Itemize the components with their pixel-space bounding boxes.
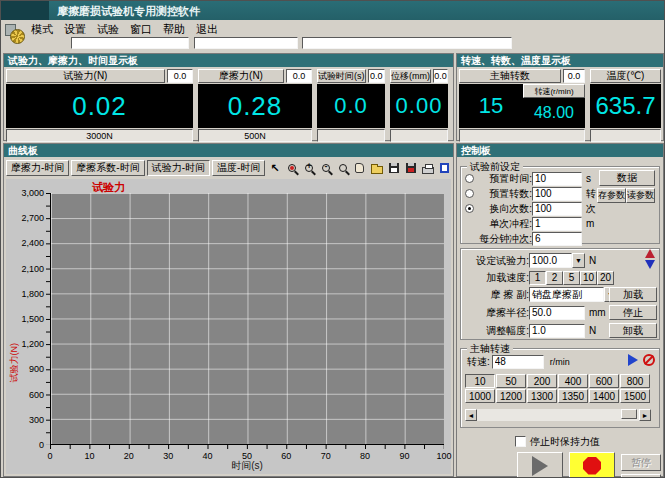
force-display-panel: 试验力、摩擦力、时间显示板 试验力(N) 0.0 0.02 3000N 摩擦力(… xyxy=(3,53,454,141)
zoom-selection-icon[interactable] xyxy=(284,161,299,176)
test-time-label: 试验时间(s) xyxy=(317,69,366,83)
temperature-label: 温度(℃) xyxy=(590,69,661,83)
hold-force-checkbox[interactable] xyxy=(515,436,526,447)
preset-time-input[interactable] xyxy=(532,172,582,186)
title-bar-left-block xyxy=(1,1,49,20)
y-axis-title: 试验力(N) xyxy=(8,331,21,383)
speed-1000-button[interactable]: 1000 xyxy=(465,389,495,403)
rate-5-button[interactable]: 5 xyxy=(563,271,580,285)
spindle-start-icon[interactable] xyxy=(628,354,638,366)
tab-friction-coeff-time[interactable]: 摩擦系数-时间 xyxy=(71,160,144,176)
tab-friction-force-time[interactable]: 摩擦力-时间 xyxy=(6,160,69,176)
friction-pair-dropdown[interactable]: 销盘摩擦副 ▼ xyxy=(529,287,617,302)
spindle-setpoint-unit: r/min xyxy=(550,357,570,367)
speed-400-button[interactable]: 400 xyxy=(558,374,588,388)
speed-1350-button[interactable]: 1350 xyxy=(558,389,588,403)
spindle-stop-icon[interactable] xyxy=(643,354,655,366)
cursor-icon[interactable]: ↖ xyxy=(267,161,282,176)
reversal-count-input[interactable] xyxy=(532,202,582,216)
force-setting-group: 设定试验力: 100.0 ▼ N 加载速度: 1 2 5 10 20 摩 擦 副… xyxy=(460,248,660,340)
open-file-icon[interactable] xyxy=(369,161,384,176)
chevron-down-icon[interactable]: ▼ xyxy=(572,253,585,268)
status-field-1[interactable] xyxy=(71,37,189,49)
zoom-out-icon[interactable] xyxy=(318,161,333,176)
chart-plot-area[interactable] xyxy=(50,193,444,445)
strokes-per-min-input[interactable] xyxy=(532,232,582,246)
preset-rev-radio[interactable] xyxy=(465,189,474,198)
rate-1-button[interactable]: 1 xyxy=(529,271,546,285)
speed-1400-button[interactable]: 1400 xyxy=(589,389,619,403)
app-icon xyxy=(5,24,25,46)
preset-time-radio[interactable] xyxy=(465,174,474,183)
temperature-display: 635.7 xyxy=(590,84,661,128)
menu-window[interactable]: 窗口 xyxy=(130,22,152,37)
speed-scrollbar[interactable]: ◄ ► xyxy=(465,409,651,421)
speed-1300-button[interactable]: 1300 xyxy=(527,389,557,403)
preset-rev-input[interactable] xyxy=(532,187,582,201)
adjust-range-input[interactable] xyxy=(529,324,585,338)
zoom-in-icon[interactable] xyxy=(301,161,316,176)
displacement-range xyxy=(390,129,448,142)
menu-test[interactable]: 试验 xyxy=(97,22,119,37)
unload-button[interactable]: 卸载 xyxy=(609,323,657,338)
speed-50-button[interactable]: 50 xyxy=(496,374,526,388)
y-axis-tickmarks xyxy=(46,193,50,445)
chart-toolbar: ↖ xyxy=(267,161,452,176)
scroll-left-icon[interactable]: ◄ xyxy=(465,409,477,421)
speed-800-button[interactable]: 800 xyxy=(620,374,650,388)
print-icon[interactable] xyxy=(420,161,435,176)
set-force-value: 100.0 xyxy=(529,253,572,268)
menu-exit[interactable]: 退出 xyxy=(196,22,218,37)
force-stop-button[interactable]: 停止 xyxy=(609,305,657,320)
scrollbar-thumb[interactable] xyxy=(621,409,637,419)
zoom-window-icon[interactable] xyxy=(335,161,350,176)
speed-panel-sections: 主轴转数 0.0 15 转速(r/min) 48.00 温度(℃) 635.7 xyxy=(457,67,663,142)
start-button[interactable]: 开始F5 xyxy=(517,452,563,478)
pause-button[interactable]: 暂停 xyxy=(621,454,661,471)
load-button[interactable]: 加载 xyxy=(609,287,657,302)
export-image-icon[interactable] xyxy=(403,161,418,176)
preset-rev-unit: 转 xyxy=(586,187,596,201)
scrollbar-track[interactable] xyxy=(477,409,639,421)
menu-help[interactable]: 帮助 xyxy=(163,22,185,37)
speed-200-button[interactable]: 200 xyxy=(527,374,557,388)
reversal-count-label: 换向次数: xyxy=(476,202,532,216)
spindle-setpoint-input[interactable] xyxy=(492,355,544,369)
rate-10-button[interactable]: 10 xyxy=(580,271,597,285)
menu-mode[interactable]: 模式 xyxy=(31,22,53,37)
stop-button[interactable]: 停止F6 xyxy=(569,452,615,478)
spindle-speed-label: 转速(r/min) xyxy=(523,84,585,98)
save-icon[interactable] xyxy=(386,161,401,176)
force-down-icon[interactable] xyxy=(645,260,655,269)
rate-2-button[interactable]: 2 xyxy=(546,271,563,285)
resume-button[interactable]: 继续 xyxy=(621,474,661,478)
pan-hand-icon[interactable] xyxy=(352,161,367,176)
tab-test-force-time[interactable]: 试验力-时间 xyxy=(147,160,210,176)
curve-tab-row: 摩擦力-时间 摩擦系数-时间 试验力-时间 温度-时间 ↖ xyxy=(6,159,451,177)
y-tick: 1,800 xyxy=(21,289,44,299)
strokes-per-min-label: 每分钟冲次: xyxy=(465,232,532,246)
stroke-input[interactable] xyxy=(532,217,582,231)
save-params-button[interactable]: 存参数 xyxy=(597,188,626,203)
rate-20-button[interactable]: 20 xyxy=(597,271,614,285)
read-params-button[interactable]: 读参数 xyxy=(626,188,655,203)
friction-radius-input[interactable] xyxy=(529,306,585,320)
set-force-combo[interactable]: 100.0 ▼ xyxy=(529,253,585,268)
control-panel-header: 控制板 xyxy=(457,144,663,157)
force-up-icon[interactable] xyxy=(645,249,655,258)
clear-plot-icon[interactable] xyxy=(437,161,452,176)
tab-temperature-time[interactable]: 温度-时间 xyxy=(212,160,265,176)
reversal-count-radio[interactable] xyxy=(465,204,474,213)
stop-octagon-icon xyxy=(583,457,601,475)
speed-600-button[interactable]: 600 xyxy=(589,374,619,388)
window-title: 摩擦磨损试验机专用测控软件 xyxy=(57,4,200,19)
scroll-right-icon[interactable]: ► xyxy=(639,409,651,421)
menu-settings[interactable]: 设置 xyxy=(64,22,86,37)
data-button[interactable]: 数据 xyxy=(599,170,655,186)
speed-1200-button[interactable]: 1200 xyxy=(496,389,526,403)
speed-10-button[interactable]: 10 xyxy=(465,374,495,388)
status-field-3[interactable] xyxy=(302,37,512,49)
speed-1500-button[interactable]: 1500 xyxy=(620,389,650,403)
app-window: { "colors": { "titlebar": "#246068", "pa… xyxy=(0,0,665,478)
status-field-2[interactable] xyxy=(194,37,298,49)
